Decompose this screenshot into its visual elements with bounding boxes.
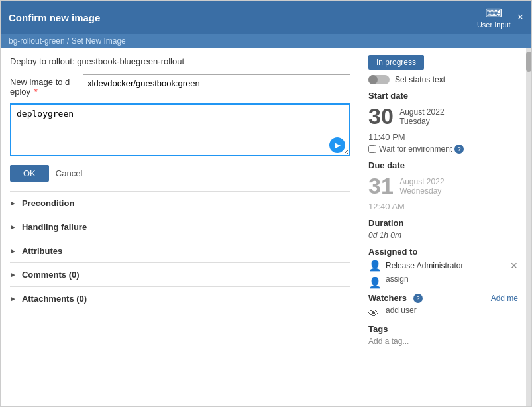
scrollbar-track[interactable] [526,48,531,406]
add-me-link[interactable]: Add me [491,294,518,303]
start-date-detail: August 2022 Tuesday [399,107,444,126]
start-date-row: 30 August 2022 Tuesday [368,103,518,129]
image-input[interactable] [83,74,350,91]
assigned-person-row: 👤 Release Administrator ✕ [368,259,518,272]
start-date-title: Start date [368,91,518,101]
add-user-row: 👁 add user [368,306,518,321]
user-input-label-block: ⌨ User Input [477,6,511,29]
deploy-textarea[interactable]: deploygreen [10,103,350,156]
assigned-name: Release Administrator [386,261,506,270]
keyboard-icon: ⌨ [485,6,502,21]
user-input-label: User Input [477,21,511,29]
person-icon: 👤 [368,259,382,272]
attachments-section[interactable]: ► Attachments (0) [10,286,350,310]
cancel-button[interactable]: Cancel [56,165,82,182]
tags-title: Tags [368,324,518,334]
status-text-toggle-row: Set status text [368,75,518,84]
chevron-right-icon: ► [10,223,17,231]
wait-help-icon[interactable]: ? [454,145,464,154]
duration-value: 0d 1h 0m [368,231,518,240]
due-date-title: Due date [368,160,518,170]
scrollbar-thumb[interactable] [526,52,531,72]
breadcrumb: bg-rollout-green / Set New Image [1,34,531,48]
wait-for-env-row: Wait for environment ? [368,145,518,154]
due-time: 12:40 AM [368,202,518,211]
attachments-label: Attachments (0) [22,294,87,304]
chevron-right-icon: ► [10,200,17,207]
precondition-section[interactable]: ► Precondition [10,191,350,215]
start-time: 11:40 PM [368,132,518,142]
assign-link[interactable]: assign [386,274,409,284]
watchers-title: Watchers [368,293,407,303]
due-day: 31 [368,173,394,199]
deploy-info: Deploy to rollout: guestbook-bluegreen-r… [10,56,350,66]
textarea-wrapper: deploygreen ▶ [10,103,350,158]
header-right: ⌨ User Input × [477,6,523,29]
progress-icon: ▶ [329,137,345,153]
wait-checkbox[interactable] [368,145,376,153]
chevron-right-icon: ► [10,295,17,302]
add-tag-link[interactable]: Add a tag... [368,337,409,346]
dialog-body: Deploy to rollout: guestbook-bluegreen-r… [1,48,531,406]
assign-row: 👤 assign [368,274,518,290]
handling-failure-section[interactable]: ► Handling failure [10,215,350,239]
comments-section[interactable]: ► Comments (0) [10,262,350,286]
confirm-dialog: Confirm new image ⌨ User Input × bg-roll… [0,0,532,407]
close-button[interactable]: × [517,12,523,23]
status-button[interactable]: In progress [368,55,424,70]
image-label: New image to d eploy * [10,74,83,97]
person-add-icon: 👤 [368,276,382,289]
wait-label: Wait for environment [379,145,452,154]
assigned-to-title: Assigned to [368,247,518,257]
watchers-header-row: Watchers ? Add me [368,293,518,303]
remove-assigned-button[interactable]: ✕ [510,261,518,271]
due-date-detail: August 2022 Wednesday [399,177,444,196]
add-user-link[interactable]: add user [386,306,417,315]
left-panel: Deploy to rollout: guestbook-bluegreen-r… [1,48,360,406]
status-text-toggle[interactable] [368,75,390,84]
right-panel: In progress Set status text Start date 3… [360,48,526,406]
due-date-row: 31 August 2022 Wednesday [368,173,518,199]
handling-failure-label: Handling failure [22,222,87,232]
chevron-right-icon: ► [10,271,17,278]
ok-button[interactable]: OK [10,165,49,182]
image-form-row: New image to d eploy * [10,74,350,97]
binoculars-icon: 👁 [368,308,379,320]
watchers-help-icon[interactable]: ? [413,294,423,303]
start-day: 30 [368,103,394,129]
dialog-header: Confirm new image ⌨ User Input × [1,1,531,34]
toggle-label: Set status text [395,75,445,84]
dialog-title: Confirm new image [9,12,100,23]
attributes-section[interactable]: ► Attributes [10,239,350,262]
duration-title: Duration [368,218,518,228]
comments-label: Comments (0) [22,270,80,280]
chevron-right-icon: ► [10,247,17,255]
precondition-label: Precondition [22,198,74,208]
attributes-label: Attributes [22,246,62,256]
button-row: OK Cancel [10,165,350,182]
required-indicator: * [34,87,38,97]
